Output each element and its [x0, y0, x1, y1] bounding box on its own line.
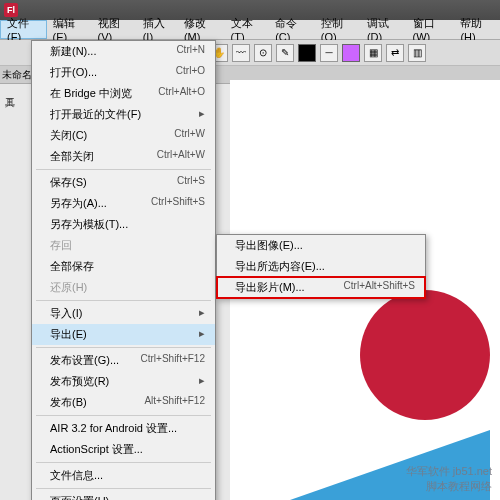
magnet-icon[interactable]: ⊙ — [254, 44, 272, 62]
export-submenu-item-2[interactable]: 导出影片(M)...Ctrl+Alt+Shift+S — [217, 277, 425, 298]
menu-shortcut: Ctrl+N — [176, 44, 205, 59]
watermark: 华军软件 jb51.net 脚本教程网络 — [406, 464, 492, 494]
menu-separator — [36, 347, 211, 348]
menu-item-label: 关闭(C) — [50, 128, 87, 143]
menu-item-label: 导出影片(M)... — [235, 280, 305, 295]
submenu-arrow-icon: ▸ — [199, 107, 205, 122]
menu-item-7[interactable]: 控制(O) — [315, 20, 361, 39]
menu-item-label: 存回 — [50, 238, 72, 253]
menu-item-2[interactable]: 视图(V) — [92, 20, 137, 39]
file-menu-item-9[interactable]: 另存为模板(T)... — [32, 214, 215, 235]
menu-separator — [36, 415, 211, 416]
file-menu-dropdown: 新建(N)...Ctrl+N打开(O)...Ctrl+O在 Bridge 中浏览… — [31, 40, 216, 500]
menu-item-9[interactable]: 窗口(W) — [407, 20, 455, 39]
menu-shortcut: Ctrl+S — [177, 175, 205, 190]
grid-icon[interactable]: ▥ — [408, 44, 426, 62]
menu-item-label: 发布设置(G)... — [50, 353, 119, 368]
file-menu-item-5[interactable]: 全部关闭Ctrl+Alt+W — [32, 146, 215, 167]
menu-item-label: 发布预览(R) — [50, 374, 109, 389]
file-menu-item-26[interactable]: 页面设置(U)... — [32, 491, 215, 500]
submenu-arrow-icon: ▸ — [199, 327, 205, 342]
file-menu-item-15[interactable]: 导出(E)▸ — [32, 324, 215, 345]
menu-item-6[interactable]: 命令(C) — [269, 20, 315, 39]
menu-item-5[interactable]: 文本(T) — [225, 20, 270, 39]
menu-item-label: 发布(B) — [50, 395, 87, 410]
menu-item-0[interactable]: 文件(F) — [0, 20, 47, 39]
menu-bar: 文件(F)编辑(E)视图(V)插入(I)修改(M)文本(T)命令(C)控制(O)… — [0, 20, 500, 40]
app-icon: Fl — [4, 3, 18, 17]
menu-item-label: 文件信息... — [50, 468, 103, 483]
red-circle-shape[interactable] — [360, 290, 490, 420]
pencil-icon[interactable]: ✎ — [276, 44, 294, 62]
menu-item-label: 还原(H) — [50, 280, 87, 295]
menu-item-label: 在 Bridge 中浏览 — [50, 86, 132, 101]
export-submenu: 导出图像(E)...导出所选内容(E)...导出影片(M)...Ctrl+Alt… — [216, 234, 426, 299]
menu-shortcut: Ctrl+Alt+O — [158, 86, 205, 101]
export-submenu-item-0[interactable]: 导出图像(E)... — [217, 235, 425, 256]
submenu-arrow-icon: ▸ — [199, 306, 205, 321]
menu-shortcut: Ctrl+Shift+F12 — [141, 353, 205, 368]
menu-separator — [36, 462, 211, 463]
file-menu-item-2[interactable]: 在 Bridge 中浏览Ctrl+Alt+O — [32, 83, 215, 104]
menu-item-label: ActionScript 设置... — [50, 442, 143, 457]
menu-item-label: 导出所选内容(E)... — [235, 259, 325, 274]
menu-item-label: 全部保存 — [50, 259, 94, 274]
menu-item-label: 保存(S) — [50, 175, 87, 190]
menu-shortcut: Alt+Shift+F12 — [144, 395, 205, 410]
file-menu-item-7[interactable]: 保存(S)Ctrl+S — [32, 172, 215, 193]
options-icon[interactable]: ▦ — [364, 44, 382, 62]
menu-shortcut: Ctrl+Shift+S — [151, 196, 205, 211]
menu-item-label: 页面设置(U)... — [50, 494, 118, 500]
line-icon[interactable]: ─ — [320, 44, 338, 62]
stroke-color-swatch[interactable] — [298, 44, 316, 62]
menu-item-label: 打开(O)... — [50, 65, 97, 80]
file-menu-item-12: 还原(H) — [32, 277, 215, 298]
export-submenu-item-1[interactable]: 导出所选内容(E)... — [217, 256, 425, 277]
menu-item-label: 导出(E) — [50, 327, 87, 342]
menu-item-label: 导出图像(E)... — [235, 238, 303, 253]
menu-item-label: 打开最近的文件(F) — [50, 107, 141, 122]
file-menu-item-22[interactable]: ActionScript 设置... — [32, 439, 215, 460]
file-menu-item-10: 存回 — [32, 235, 215, 256]
menu-item-label: 新建(N)... — [50, 44, 96, 59]
menu-item-4[interactable]: 修改(M) — [178, 20, 225, 39]
file-menu-item-4[interactable]: 关闭(C)Ctrl+W — [32, 125, 215, 146]
submenu-arrow-icon: ▸ — [199, 374, 205, 389]
fill-color-swatch[interactable] — [342, 44, 360, 62]
file-menu-item-19[interactable]: 发布(B)Alt+Shift+F12 — [32, 392, 215, 413]
file-menu-item-0[interactable]: 新建(N)...Ctrl+N — [32, 41, 215, 62]
file-menu-item-18[interactable]: 发布预览(R)▸ — [32, 371, 215, 392]
menu-item-label: 另存为模板(T)... — [50, 217, 128, 232]
file-menu-item-11[interactable]: 全部保存 — [32, 256, 215, 277]
menu-shortcut: Ctrl+W — [174, 128, 205, 143]
file-menu-item-24[interactable]: 文件信息... — [32, 465, 215, 486]
menu-shortcut: Ctrl+Alt+W — [157, 149, 205, 164]
menu-item-label: AIR 3.2 for Android 设置... — [50, 421, 177, 436]
file-menu-item-3[interactable]: 打开最近的文件(F)▸ — [32, 104, 215, 125]
menu-item-8[interactable]: 调试(D) — [361, 20, 407, 39]
menu-item-label: 全部关闭 — [50, 149, 94, 164]
menu-separator — [36, 169, 211, 170]
menu-item-1[interactable]: 编辑(E) — [47, 20, 92, 39]
swap-icon[interactable]: ⇄ — [386, 44, 404, 62]
file-menu-item-1[interactable]: 打开(O)...Ctrl+O — [32, 62, 215, 83]
menu-shortcut: Ctrl+O — [176, 65, 205, 80]
menu-shortcut: Ctrl+Alt+Shift+S — [344, 280, 415, 295]
curve-tool-icon[interactable]: 〰 — [232, 44, 250, 62]
menu-item-label: 另存为(A)... — [50, 196, 107, 211]
file-menu-item-14[interactable]: 导入(I)▸ — [32, 303, 215, 324]
menu-separator — [36, 300, 211, 301]
file-menu-item-8[interactable]: 另存为(A)...Ctrl+Shift+S — [32, 193, 215, 214]
menu-item-10[interactable]: 帮助(H) — [454, 20, 500, 39]
menu-separator — [36, 488, 211, 489]
menu-item-3[interactable]: 插入(I) — [137, 20, 178, 39]
file-menu-item-17[interactable]: 发布设置(G)...Ctrl+Shift+F12 — [32, 350, 215, 371]
menu-item-label: 导入(I) — [50, 306, 82, 321]
file-menu-item-21[interactable]: AIR 3.2 for Android 设置... — [32, 418, 215, 439]
